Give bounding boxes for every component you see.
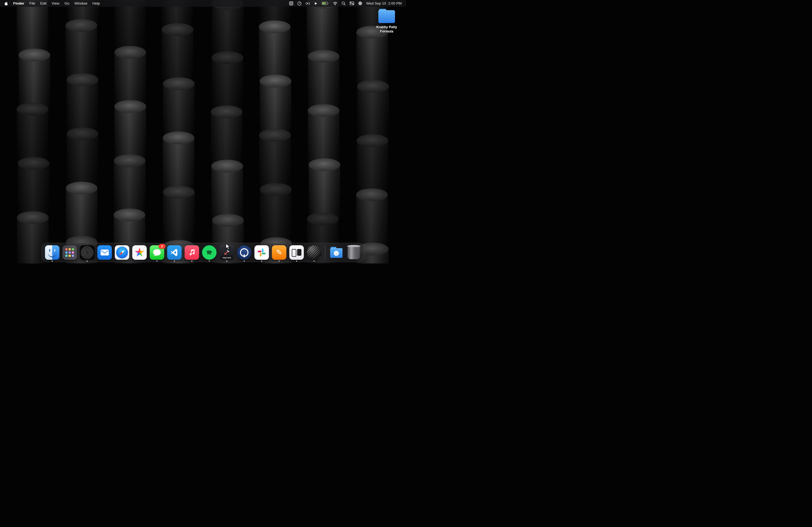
- now-playing-icon[interactable]: [314, 2, 318, 5]
- running-indicator: [87, 260, 88, 261]
- dock-mail[interactable]: [98, 245, 112, 260]
- dock-iphone-mirroring[interactable]: [289, 245, 304, 260]
- music-note-glyph: [188, 249, 196, 256]
- dock: 2 raycast: [42, 243, 365, 262]
- desktop: Finder File Edit View Go Window Help: [0, 0, 406, 264]
- control-center-icon[interactable]: [350, 2, 354, 5]
- running-indicator: [209, 260, 210, 261]
- menu-help[interactable]: Help: [92, 1, 100, 5]
- slack-glyph: [258, 248, 266, 257]
- menubar-menus: Finder File Edit View Go Window Help: [4, 1, 100, 6]
- app-grid-icon[interactable]: [289, 1, 293, 5]
- running-indicator: [261, 260, 262, 261]
- profile-circle-icon[interactable]: [358, 1, 362, 5]
- dock-1password[interactable]: [237, 245, 251, 260]
- folder-body: [378, 10, 395, 23]
- battery-charging-icon[interactable]: [322, 2, 329, 5]
- dock-raycast[interactable]: raycast: [220, 245, 234, 260]
- wallpaper: [0, 0, 406, 264]
- spotlight-icon[interactable]: [342, 1, 346, 5]
- dock-spotify[interactable]: [202, 245, 217, 260]
- striped-sphere-app-icon: [307, 245, 321, 260]
- running-indicator: [226, 260, 228, 261]
- menubar-time: 2:00 PM: [388, 1, 402, 5]
- spotify-icon: [202, 245, 217, 260]
- menubar-app-name[interactable]: Finder: [13, 1, 24, 5]
- apple-menu-icon[interactable]: [4, 1, 8, 6]
- running-indicator: [52, 260, 53, 261]
- color-star-app-icon: [132, 245, 147, 260]
- dock-safari[interactable]: [115, 245, 129, 260]
- menu-bar: Finder File Edit View Go Window Help: [0, 0, 406, 7]
- finder-icon: [45, 245, 60, 260]
- menu-go[interactable]: Go: [64, 1, 69, 5]
- dock-zed[interactable]: [272, 245, 287, 260]
- dock-divider: [325, 245, 325, 259]
- gauge-icon[interactable]: [297, 1, 302, 6]
- running-indicator: [296, 260, 297, 261]
- mail-icon: [98, 245, 112, 260]
- trash-icon: [348, 246, 360, 259]
- finder-eye-left: [49, 249, 50, 252]
- desktop-folder-krabby-patty[interactable]: Krabby Patty Formula: [371, 10, 402, 34]
- dock-vscode[interactable]: [167, 245, 182, 260]
- dock-slack[interactable]: [255, 245, 269, 260]
- running-indicator: [314, 260, 315, 261]
- running-indicator: [174, 260, 175, 261]
- notification-badge: 2: [159, 244, 166, 249]
- menubar-status-area: Wed Sep 10 2:00 PM: [289, 1, 402, 6]
- menu-window[interactable]: Window: [74, 1, 87, 5]
- speech-bubble-glyph: [153, 249, 161, 257]
- launchpad-icon: [62, 245, 77, 260]
- running-indicator: [279, 260, 280, 261]
- dock-rings-app[interactable]: [80, 245, 95, 260]
- menubar-clock[interactable]: Wed Sep 10 2:00 PM: [366, 1, 402, 5]
- dock-downloads-folder[interactable]: [329, 245, 344, 260]
- vscode-glyph: [170, 248, 179, 257]
- music-icon: [185, 245, 199, 260]
- running-indicator: [157, 260, 158, 261]
- downloads-folder-icon: [329, 245, 344, 260]
- raycast-label: raycast: [221, 256, 232, 259]
- dock-finder[interactable]: [45, 245, 60, 260]
- rings-app-icon: [80, 245, 95, 260]
- running-indicator: [244, 260, 245, 261]
- dock-launchpad[interactable]: [62, 245, 77, 260]
- dock-striped-sphere-app[interactable]: [307, 245, 321, 260]
- menu-edit[interactable]: Edit: [40, 1, 46, 5]
- envelope-glyph: [100, 250, 109, 255]
- audio-waves-icon[interactable]: [306, 1, 310, 6]
- dock-music[interactable]: [185, 245, 199, 260]
- wifi-icon[interactable]: [333, 2, 337, 5]
- dock-trash[interactable]: [347, 245, 361, 260]
- menu-view[interactable]: View: [52, 1, 59, 5]
- vscode-icon: [167, 245, 182, 260]
- safari-icon: [115, 245, 129, 260]
- menubar-date: Wed Sep 10: [366, 1, 386, 5]
- launchpad-grid: [66, 248, 74, 257]
- menu-file[interactable]: File: [29, 1, 35, 5]
- 1password-icon: [237, 245, 251, 260]
- running-indicator: [191, 260, 192, 261]
- folder-label: Krabby Patty Formula: [371, 25, 402, 34]
- zed-icon: [272, 245, 287, 260]
- slack-icon: [255, 245, 269, 260]
- download-arrow-icon: [334, 251, 339, 256]
- dock-messages[interactable]: 2: [150, 245, 164, 260]
- finder-eye-right: [55, 249, 55, 252]
- folder-icon: [378, 10, 395, 23]
- dock-color-star-app[interactable]: [132, 245, 147, 260]
- raycast-glyph: [224, 249, 230, 256]
- iphone-mirroring-icon: [289, 245, 304, 260]
- spotify-waves-glyph: [205, 248, 214, 257]
